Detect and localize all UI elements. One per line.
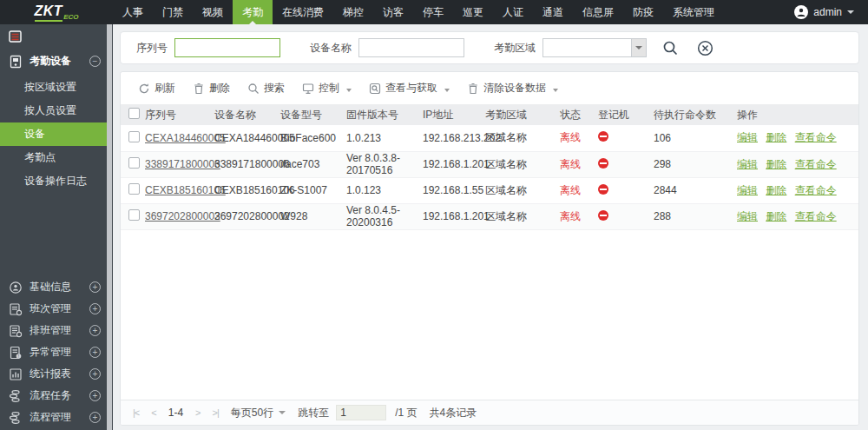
view-get-dropdown-icon[interactable] <box>444 83 450 95</box>
area-label: 考勤区域 <box>494 41 536 56</box>
next-page-button[interactable]: > <box>195 407 200 418</box>
exception-management-icon: ! <box>9 346 23 360</box>
serial-label: 序列号 <box>136 41 168 56</box>
top-menu-epidemic[interactable]: 防疫 <box>623 0 663 24</box>
sidebar-item-device[interactable]: 设备 <box>0 122 107 146</box>
top-menu-video[interactable]: 视频 <box>193 0 233 24</box>
user-menu[interactable]: admin <box>780 0 868 24</box>
sidebar-item-person-settings[interactable]: 按人员设置 <box>0 99 113 122</box>
expand-module-icon[interactable]: + <box>89 347 101 358</box>
row-checkbox[interactable] <box>128 131 140 142</box>
user-name: admin <box>813 6 842 18</box>
first-page-button[interactable]: |< <box>133 407 139 418</box>
sidebar-module-schedule-management[interactable]: 排班管理 + <box>0 320 113 341</box>
top-menu-passage[interactable]: 通道 <box>533 0 573 24</box>
clear-search-button[interactable] <box>694 36 716 59</box>
row-checkbox[interactable] <box>128 157 140 169</box>
sidebar-scrollbar[interactable] <box>107 24 112 430</box>
jump-page-input[interactable] <box>336 405 386 420</box>
record-total: 共4条记录 <box>429 406 477 420</box>
sidebar-module-basic-info[interactable]: 基础信息 + <box>0 276 113 298</box>
status-badge: 离线 <box>560 158 581 170</box>
expand-module-icon[interactable]: + <box>89 325 101 336</box>
module-label: 流程管理 <box>30 410 82 425</box>
select-all-checkbox[interactable] <box>128 108 140 119</box>
edit-link[interactable]: 编辑 <box>737 184 758 196</box>
ip-cell: 192.168.1.201 <box>421 151 483 177</box>
delete-link[interactable]: 删除 <box>766 210 786 222</box>
edit-link[interactable]: 编辑 <box>737 131 758 143</box>
top-menu-access[interactable]: 门禁 <box>153 0 193 24</box>
expand-module-icon[interactable]: + <box>89 368 101 380</box>
sidebar-module-statistics-report[interactable]: 统计报表 + <box>0 363 113 385</box>
last-page-button[interactable]: >| <box>213 407 219 418</box>
top-menu-id-verify[interactable]: 人证 <box>493 0 533 24</box>
sidebar-group-attendance-device[interactable]: 考勤设备 − <box>0 47 113 76</box>
top-menu-system[interactable]: 系统管理 <box>663 0 724 24</box>
view-commands-link[interactable]: 查看命令 <box>795 131 837 143</box>
expand-module-icon[interactable]: + <box>89 281 101 293</box>
sidebar-module-process-task[interactable]: 流程任务 + <box>0 385 113 407</box>
view-get-label: 查看与获取 <box>385 81 437 96</box>
delete-button[interactable]: 删除 <box>186 78 237 98</box>
area-select-dropdown-button[interactable] <box>631 39 646 56</box>
sidebar-module-shift-management[interactable]: 班次管理 + <box>0 298 113 320</box>
serial-link[interactable]: CEXB185160106 <box>145 184 226 196</box>
edit-link[interactable]: 编辑 <box>737 158 758 170</box>
collapse-group-icon[interactable]: − <box>89 56 101 67</box>
device-list-panel: 刷新 删除 搜索 <box>120 71 859 426</box>
expand-module-icon[interactable]: + <box>89 303 101 314</box>
table-row: CEXB185160106 CEXB185160106 ZK-S1007 1.0… <box>121 177 858 203</box>
delete-link[interactable]: 删除 <box>766 158 786 170</box>
serial-link[interactable]: CEXA184460005 <box>145 132 226 144</box>
serial-link[interactable]: 3389171800006 <box>145 158 220 170</box>
control-dropdown-icon[interactable] <box>346 83 352 95</box>
prev-page-button[interactable]: < <box>151 407 155 418</box>
page-size-select[interactable]: 每页50行 <box>231 406 286 420</box>
table-toolbar: 刷新 删除 搜索 <box>121 72 858 104</box>
top-menu-attendance[interactable]: 考勤 <box>233 0 273 24</box>
collapse-menu-icon <box>9 30 23 43</box>
top-menu-visitor[interactable]: 访客 <box>373 0 413 24</box>
firmware-cell: 1.0.123 <box>345 177 421 203</box>
sidebar-module-exception-management[interactable]: ! 异常管理 + <box>0 341 113 363</box>
sidebar-module-process-management[interactable]: 流程管理 + <box>0 407 113 428</box>
device-name-input[interactable] <box>358 38 464 57</box>
expand-module-icon[interactable]: + <box>89 412 101 423</box>
top-menu-elevator[interactable]: 梯控 <box>333 0 373 24</box>
expand-module-icon[interactable]: + <box>89 390 101 401</box>
module-label: 排班管理 <box>30 323 82 338</box>
sidebar-item-device-operation-log[interactable]: 设备操作日志 <box>0 169 113 193</box>
delete-link[interactable]: 删除 <box>766 131 786 143</box>
view-commands-link[interactable]: 查看命令 <box>795 184 837 196</box>
sidebar-item-area-settings[interactable]: 按区域设置 <box>0 76 113 99</box>
top-bar: ZKT ECO 人事 门禁 视频 考勤 在线消费 梯控 访客 停车 巡更 人证 … <box>0 0 868 24</box>
row-checkbox[interactable] <box>128 209 140 221</box>
device-model-cell: ZK-S1007 <box>279 177 345 203</box>
chevron-down-icon <box>847 10 854 14</box>
top-menu-personnel[interactable]: 人事 <box>113 0 153 24</box>
top-menu-info-screen[interactable]: 信息屏 <box>573 0 623 24</box>
top-menu-parking[interactable]: 停车 <box>413 0 453 24</box>
search-button[interactable] <box>659 36 681 59</box>
view-commands-link[interactable]: 查看命令 <box>795 158 837 170</box>
serial-input[interactable] <box>174 38 280 57</box>
top-menu-online-consume[interactable]: 在线消费 <box>273 0 333 24</box>
delete-link[interactable]: 删除 <box>766 184 786 196</box>
area-select[interactable] <box>542 38 647 57</box>
col-device-model: 设备型号 <box>279 104 345 125</box>
view-and-get-button[interactable]: 查看与获取 <box>362 78 457 98</box>
clear-device-data-button[interactable]: 清除设备数据 <box>460 78 565 98</box>
view-commands-link[interactable]: 查看命令 <box>795 210 837 222</box>
clear-data-dropdown-icon[interactable] <box>553 83 558 95</box>
top-menu-patrol[interactable]: 巡更 <box>453 0 493 24</box>
row-checkbox[interactable] <box>128 183 140 195</box>
collapse-menu-button[interactable] <box>0 24 113 47</box>
refresh-button[interactable]: 刷新 <box>131 78 182 98</box>
sidebar-item-attendance-point[interactable]: 考勤点 <box>0 146 113 169</box>
search-toolbar-button[interactable]: 搜索 <box>240 78 292 98</box>
control-button[interactable]: 控制 <box>295 78 358 98</box>
pending-commands-cell: 106 <box>652 125 735 151</box>
edit-link[interactable]: 编辑 <box>737 210 758 222</box>
serial-link[interactable]: 3697202800002 <box>145 210 220 222</box>
